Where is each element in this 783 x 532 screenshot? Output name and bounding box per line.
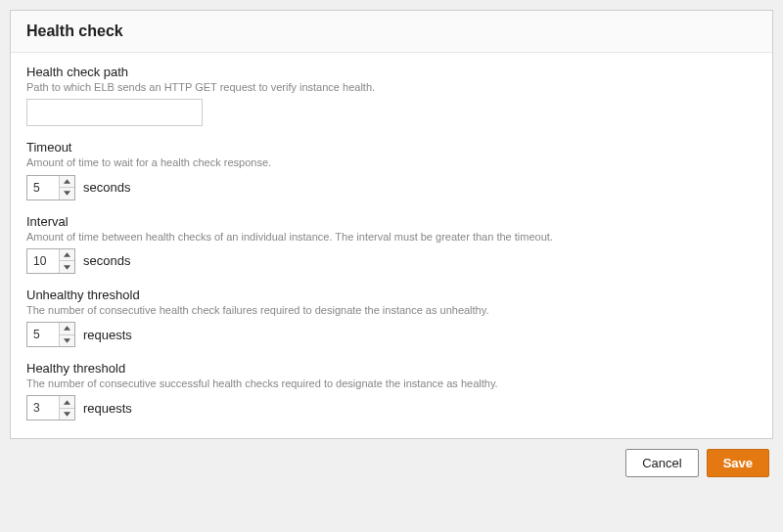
interval-stepper bbox=[26, 248, 75, 274]
healthy-unit: requests bbox=[83, 401, 132, 416]
timeout-stepper-buttons bbox=[59, 176, 74, 200]
timeout-step-up[interactable] bbox=[60, 176, 74, 189]
timeout-row: seconds bbox=[26, 175, 757, 200]
field-timeout: Timeout Amount of time to wait for a hea… bbox=[26, 140, 757, 200]
interval-help: Amount of time between health checks of … bbox=[26, 230, 757, 244]
path-label: Health check path bbox=[26, 65, 757, 79]
timeout-step-down[interactable] bbox=[60, 188, 74, 200]
interval-input[interactable] bbox=[27, 249, 59, 273]
unhealthy-stepper-buttons bbox=[59, 323, 74, 346]
unhealthy-unit: requests bbox=[83, 328, 132, 342]
unhealthy-step-down[interactable] bbox=[60, 335, 74, 347]
unhealthy-stepper bbox=[26, 322, 75, 347]
button-row: Cancel Save bbox=[10, 439, 773, 481]
path-help: Path to which ELB sends an HTTP GET requ… bbox=[26, 80, 757, 94]
healthy-stepper bbox=[26, 395, 75, 421]
timeout-input[interactable] bbox=[27, 176, 59, 200]
field-unhealthy-threshold: Unhealthy threshold The number of consec… bbox=[26, 288, 757, 347]
interval-step-down[interactable] bbox=[60, 261, 74, 273]
save-button[interactable]: Save bbox=[707, 449, 769, 477]
unhealthy-input[interactable] bbox=[27, 323, 59, 346]
unhealthy-help: The number of consecutive health check f… bbox=[26, 303, 757, 317]
healthy-input[interactable] bbox=[27, 396, 59, 420]
panel-header: Health check bbox=[11, 11, 772, 53]
healthy-help: The number of consecutive successful hea… bbox=[26, 377, 757, 390]
timeout-help: Amount of time to wait for a health chec… bbox=[26, 155, 757, 169]
healthy-row: requests bbox=[26, 395, 757, 421]
field-interval: Interval Amount of time between health c… bbox=[26, 214, 757, 274]
healthy-step-down[interactable] bbox=[60, 409, 74, 421]
health-check-panel: Health check Health check path Path to w… bbox=[10, 10, 773, 439]
timeout-label: Timeout bbox=[26, 140, 757, 155]
interval-step-up[interactable] bbox=[60, 249, 74, 262]
unhealthy-row: requests bbox=[26, 322, 757, 347]
timeout-unit: seconds bbox=[83, 180, 130, 195]
panel-title: Health check bbox=[26, 22, 757, 40]
chevron-up-icon bbox=[64, 326, 70, 331]
chevron-up-icon bbox=[64, 179, 70, 184]
panel-body: Health check path Path to which ELB send… bbox=[11, 53, 772, 438]
unhealthy-step-up[interactable] bbox=[60, 323, 74, 335]
interval-unit: seconds bbox=[83, 253, 130, 268]
chevron-up-icon bbox=[64, 252, 70, 257]
healthy-step-up[interactable] bbox=[60, 396, 74, 409]
timeout-stepper bbox=[26, 175, 75, 200]
healthy-label: Healthy threshold bbox=[26, 361, 757, 376]
chevron-down-icon bbox=[64, 412, 70, 417]
field-health-check-path: Health check path Path to which ELB send… bbox=[26, 65, 757, 126]
interval-row: seconds bbox=[26, 248, 757, 274]
interval-stepper-buttons bbox=[59, 249, 74, 273]
chevron-down-icon bbox=[64, 191, 70, 196]
cancel-button[interactable]: Cancel bbox=[625, 449, 698, 477]
interval-label: Interval bbox=[26, 214, 757, 229]
field-healthy-threshold: Healthy threshold The number of consecut… bbox=[26, 361, 757, 421]
chevron-down-icon bbox=[64, 338, 70, 343]
path-input[interactable] bbox=[26, 99, 203, 126]
chevron-down-icon bbox=[64, 265, 70, 270]
chevron-up-icon bbox=[64, 400, 70, 405]
healthy-stepper-buttons bbox=[59, 396, 74, 420]
unhealthy-label: Unhealthy threshold bbox=[26, 288, 757, 302]
